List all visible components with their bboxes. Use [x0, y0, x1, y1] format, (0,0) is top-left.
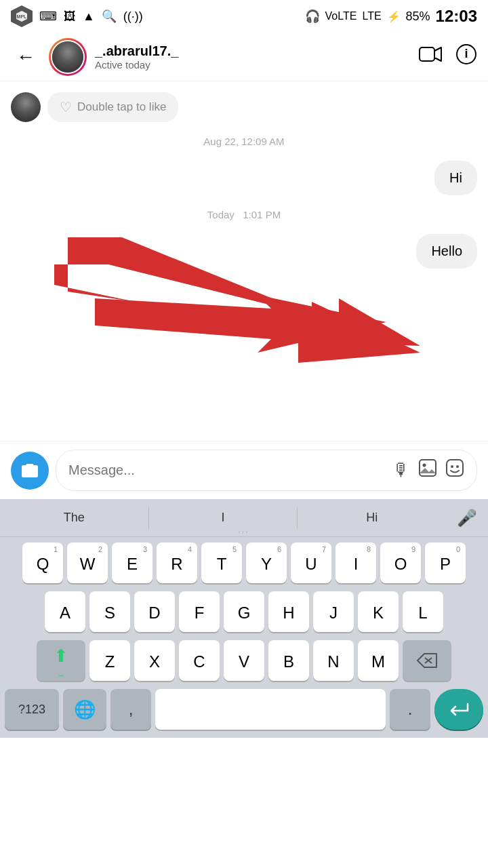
svg-marker-16 [420, 468, 436, 473]
key-c[interactable]: C [179, 640, 220, 681]
comma-key[interactable]: , [110, 689, 151, 730]
key-g[interactable]: G [224, 591, 264, 632]
key-t[interactable]: 5T [201, 542, 242, 583]
key-k[interactable]: K [358, 591, 399, 632]
bubble-hello: Hello [416, 234, 477, 269]
key-u[interactable]: 7U [291, 542, 331, 583]
key-v[interactable]: V [224, 640, 264, 681]
keyboard-row-4: ?123 🌐 , . [3, 689, 485, 730]
status-time: 12:03 [436, 7, 477, 26]
suggestion-hi[interactable]: Hi [298, 499, 446, 536]
image-icon: 🖼 [64, 9, 76, 24]
video-call-button[interactable] [419, 45, 442, 68]
annotation-arrow [54, 251, 434, 387]
sender-avatar-small [11, 92, 41, 122]
keyboard-row-2: A S D F G H J K L [3, 591, 485, 632]
key-x[interactable]: X [134, 640, 175, 681]
shift-key[interactable]: ⬆ _ [37, 640, 85, 681]
lte-label: LTE [362, 10, 381, 22]
battery-percent: 85% [406, 9, 430, 24]
sent-message-hi: Hi [11, 161, 477, 195]
svg-point-19 [456, 465, 459, 468]
camera-button[interactable] [11, 452, 49, 490]
contact-name: _.abrarul17._ [95, 43, 411, 59]
arrow-annotation [81, 271, 407, 407]
svg-marker-8 [102, 285, 393, 380]
keyboard: The I Hi 🎤 ··· 1Q 2W 3E 4R 5T 6Y 7U 8I 9… [0, 499, 488, 738]
contact-info[interactable]: _.abrarul17._ Active today [95, 43, 411, 71]
message-input-area[interactable]: 🎙 [56, 450, 477, 491]
chat-area: ♡ Double tap to like Aug 22, 12:09 AM Hi… [0, 81, 488, 441]
svg-rect-14 [420, 460, 436, 476]
status-left-icons: MPL ⌨ 🖼 ▲ 🔍 ((·)) [11, 5, 143, 27]
key-s[interactable]: S [89, 591, 130, 632]
key-r[interactable]: 4R [157, 542, 197, 583]
status-bar: MPL ⌨ 🖼 ▲ 🔍 ((·)) 🎧 VoLTE LTE ⚡ 85% 12:0… [0, 0, 488, 33]
key-h[interactable]: H [268, 591, 309, 632]
symbols-key[interactable]: ?123 [5, 689, 59, 730]
keyboard-icon: ⌨ [39, 9, 57, 24]
keyboard-row-1: 1Q 2W 3E 4R 5T 6Y 7U 8I 9O 0P [3, 542, 485, 583]
key-o[interactable]: 9O [380, 542, 421, 583]
info-button[interactable]: i [455, 43, 477, 70]
key-b[interactable]: B [268, 640, 309, 681]
battery-icon: ⚡ [387, 10, 401, 23]
svg-marker-9 [95, 295, 386, 353]
key-w[interactable]: 2W [67, 542, 108, 583]
suggestion-i[interactable]: I [149, 499, 298, 536]
key-l[interactable]: L [403, 591, 443, 632]
heart-icon: ♡ [60, 99, 72, 115]
svg-point-18 [451, 465, 453, 468]
image-picker-button[interactable] [418, 458, 437, 482]
svg-marker-20 [418, 654, 436, 667]
like-hint-text: Double tap to like [77, 100, 166, 114]
timestamp-today: Today 1:01 PM [11, 209, 477, 220]
key-q[interactable]: 1Q [22, 542, 63, 583]
key-i[interactable]: 8I [336, 542, 376, 583]
received-content: ♡ Double tap to like [47, 92, 178, 122]
svg-text:MPL: MPL [17, 14, 28, 19]
svg-rect-17 [447, 460, 463, 476]
timestamp-1: Aug 22, 12:09 AM [11, 136, 477, 147]
space-key[interactable] [155, 689, 386, 730]
contact-avatar[interactable] [49, 38, 87, 76]
status-right-icons: 🎧 VoLTE LTE ⚡ 85% 12:03 [305, 7, 477, 26]
key-y[interactable]: 6Y [246, 542, 287, 583]
backspace-key[interactable] [403, 640, 451, 681]
back-button[interactable]: ← [11, 41, 41, 73]
key-d[interactable]: D [134, 591, 175, 632]
message-input-bar: 🎙 [0, 441, 488, 499]
key-p[interactable]: 0P [425, 542, 466, 583]
key-e[interactable]: 3E [112, 542, 152, 583]
like-hint-bubble[interactable]: ♡ Double tap to like [47, 92, 178, 122]
suggestion-the[interactable]: The [0, 499, 148, 536]
key-j[interactable]: J [313, 591, 354, 632]
key-n[interactable]: N [313, 640, 354, 681]
mpl-icon: MPL [11, 5, 33, 27]
header-actions: i [419, 43, 477, 70]
message-input[interactable] [68, 462, 384, 478]
key-a[interactable]: A [45, 591, 85, 632]
key-m[interactable]: M [358, 640, 399, 681]
search-icon: 🔍 [102, 9, 117, 24]
volte-label: VoLTE [325, 10, 357, 22]
keyboard-row-3: ⬆ _ Z X C V B N M [3, 640, 485, 681]
svg-point-15 [423, 464, 426, 467]
key-f[interactable]: F [179, 591, 220, 632]
enter-key[interactable] [434, 689, 483, 730]
period-key[interactable]: . [390, 689, 430, 730]
signal-icon: ▲ [83, 9, 95, 24]
key-z[interactable]: Z [89, 640, 130, 681]
contact-status: Active today [95, 59, 411, 71]
globe-key[interactable]: 🌐 [63, 689, 106, 730]
svg-rect-2 [420, 47, 434, 61]
received-message-row: ♡ Double tap to like [11, 92, 477, 122]
wifi-icon: ((·)) [123, 9, 143, 24]
svg-marker-3 [434, 47, 441, 61]
svg-text:i: i [464, 47, 468, 60]
chat-header: ← _.abrarul17._ Active today i [0, 33, 488, 81]
sent-message-hello: Hello [11, 234, 477, 269]
mic-button[interactable]: 🎙 [392, 460, 410, 481]
sticker-button[interactable] [445, 458, 464, 482]
mic-suggestion-icon[interactable]: 🎤 [446, 509, 488, 528]
